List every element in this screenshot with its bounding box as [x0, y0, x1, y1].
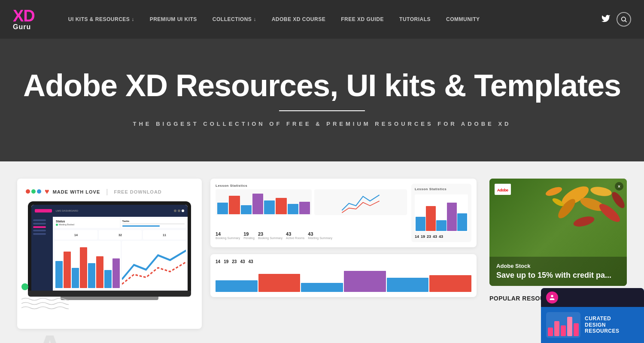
nav-link-collections[interactable]: COLLECTIONS ↓	[205, 16, 264, 22]
made-label: MADE WITH LOVE	[53, 189, 100, 194]
close-icon: ×	[618, 184, 620, 189]
hero-underline	[279, 110, 365, 111]
search-icon	[620, 16, 627, 23]
curated-chart	[546, 312, 580, 338]
hero-title: Adobe XD Resources, UI kits & Templates	[17, 69, 627, 103]
ss1-stat-3: 23 Booking Summary	[258, 231, 283, 240]
screenshots-area: Lesson Statistics	[210, 179, 477, 329]
logo-guru: Guru	[13, 23, 31, 31]
ss1-stats: 14 Booking Summary 19 Pending 23 Booking…	[216, 231, 407, 240]
nav-icons	[601, 12, 631, 27]
made-with-love-bar: ♥ MADE WITH LOVE | FREE DOWNLOAD	[26, 187, 193, 196]
dash-stats-row: 14 32 11	[55, 230, 186, 240]
stat-1: 14	[55, 230, 97, 240]
nav-link-adobe-course[interactable]: ADOBE XD COURSE	[264, 16, 334, 22]
ss1-stat-1: 14 Booking Summary	[216, 231, 240, 240]
ss1-right-header: Lesson Statistics	[415, 187, 468, 191]
dash-body: Status Meeting Booked Tasks	[31, 217, 188, 291]
nav-link-community[interactable]: COMMUNITY	[438, 16, 488, 22]
laptop-foot	[61, 297, 158, 300]
twitter-button[interactable]	[601, 14, 611, 25]
dash-chart-row	[55, 241, 186, 289]
dot-blue	[37, 189, 41, 194]
svg-point-9	[610, 190, 627, 210]
ss1-stat-4: 43 Active Rooms	[286, 231, 304, 240]
color-dots	[26, 189, 41, 194]
adobe-logo-box: Adobe	[495, 184, 511, 195]
ad-text-area: Adobe Stock Save up to 15% with credit p…	[489, 257, 627, 286]
free-download-label: FREE DOWNLOAD	[114, 189, 161, 194]
laptop-base	[28, 291, 191, 297]
svg-point-6	[544, 185, 563, 198]
hero-subtitle: THE BIGGEST COLLECTION OF FREE & PREMIUM…	[17, 121, 627, 127]
wavy-lines	[21, 297, 64, 316]
ad-background: Adobe Adobe Stock Save up to 15% with cr…	[489, 179, 627, 286]
navigation: XD Guru UI KITS & RESOURCES ↓ PREMIUM UI…	[0, 0, 644, 39]
ss1-header: Lesson Statistics	[216, 184, 407, 188]
svg-point-8	[572, 215, 595, 228]
nav-link-free-guide[interactable]: FREE XD GUIDE	[333, 16, 392, 22]
ss1-line-chart	[314, 189, 407, 215]
ss1-stat-2: 19 Pending	[243, 231, 255, 240]
laptop-mockup: LMS DASHBOARD	[28, 201, 191, 300]
twitter-icon	[601, 14, 611, 25]
dashboard-preview: LMS DASHBOARD	[31, 205, 188, 291]
decorative-letter: A	[34, 329, 477, 343]
nav-link-premium[interactable]: PREMIUM UI KITS	[142, 16, 205, 22]
adobe-logo-area: Adobe	[495, 184, 511, 195]
laptop-card: ♥ MADE WITH LOVE | FREE DOWNLOAD	[17, 179, 202, 329]
curated-body: CURATED DESIGN RESOURCES	[541, 307, 644, 343]
hero-section: Adobe XD Resources, UI kits & Templates …	[0, 39, 644, 161]
line-chart	[122, 241, 186, 289]
dash-main: Status Meeting Booked Tasks	[53, 217, 188, 291]
content-left: ♥ MADE WITH LOVE | FREE DOWNLOAD	[17, 179, 477, 343]
ad-brand: Adobe Stock	[496, 263, 620, 269]
ad-headline: Save up to 15% with credit pa...	[496, 271, 620, 280]
svg-point-11	[551, 295, 553, 297]
ad-card: Adobe Adobe Stock Save up to 15% with cr…	[489, 179, 627, 286]
dash-sidebar	[31, 217, 53, 291]
curated-popup[interactable]: CURATED DESIGN RESOURCES	[541, 288, 644, 343]
curated-avatar	[546, 291, 558, 304]
curated-text-area: CURATED DESIGN RESOURCES	[585, 316, 639, 334]
curated-header	[541, 288, 644, 307]
stat-2: 32	[99, 230, 142, 240]
card-area: ♥ MADE WITH LOVE | FREE DOWNLOAD	[17, 179, 477, 329]
search-button[interactable]	[617, 12, 631, 27]
heart-icon: ♥	[45, 187, 49, 196]
dash-header: LMS DASHBOARD	[31, 205, 188, 217]
green-circle	[21, 283, 28, 290]
curated-label: CURATED DESIGN RESOURCES	[585, 316, 639, 334]
ss1-bar-chart	[216, 189, 312, 215]
bar-chart	[55, 241, 121, 289]
dot-green	[31, 189, 36, 194]
laptop-screen-inner: LMS DASHBOARD	[31, 205, 188, 291]
screenshot-card-1: Lesson Statistics	[210, 179, 477, 247]
svg-line-1	[625, 21, 626, 22]
separator: |	[106, 188, 108, 196]
screenshot-card-2: 14 19 23 43 43	[210, 254, 477, 297]
nav-links: UI KITS & RESOURCES ↓ PREMIUM UI KITS CO…	[61, 16, 601, 22]
svg-point-5	[590, 185, 613, 197]
laptop-screen-outer: LMS DASHBOARD	[28, 201, 191, 291]
dot-red	[26, 189, 30, 194]
stat-3: 11	[143, 230, 186, 240]
nav-link-tutorials[interactable]: TUTORIALS	[392, 16, 438, 22]
ss1-stat-5: 43 Meeting Summary	[308, 231, 332, 240]
logo[interactable]: XD Guru	[13, 8, 35, 31]
nav-link-ui-kits[interactable]: UI KITS & RESOURCES ↓	[61, 16, 142, 22]
adobe-logo-text: Adobe	[497, 188, 508, 192]
logo-xd: XD	[13, 8, 35, 24]
